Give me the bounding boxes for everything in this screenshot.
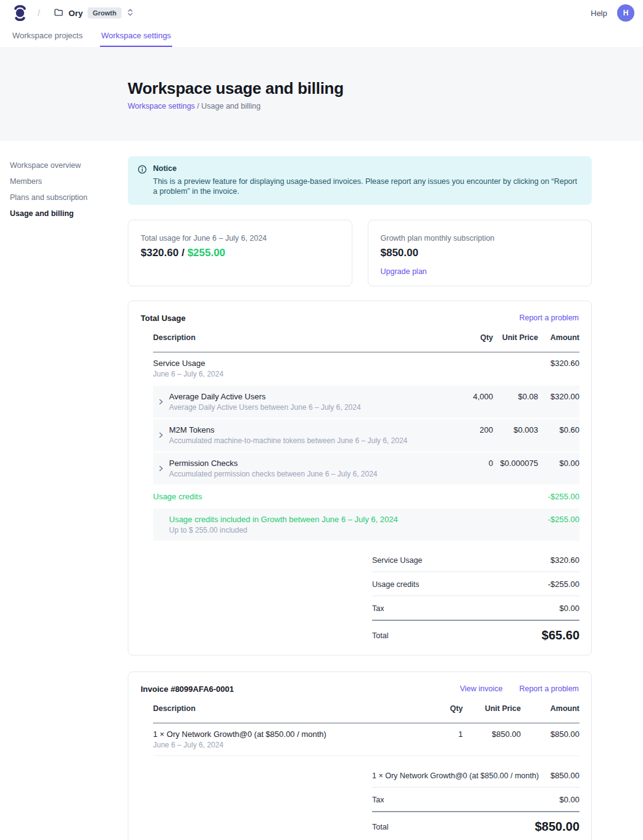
invoice-table-header: Description Qty Unit Price Amount [153, 704, 579, 723]
summary-row-service-usage: Service Usage $320.60 [372, 548, 579, 572]
page-title: Workspace usage and billing [128, 80, 643, 97]
col-qty: Qty [431, 333, 493, 342]
breadcrumb-slash: / [38, 8, 40, 18]
upgrade-plan-link[interactable]: Upgrade plan [381, 267, 427, 276]
user-avatar[interactable]: H [617, 4, 634, 22]
workspace-name: Ory [68, 9, 83, 18]
chevron-right-icon[interactable] [158, 398, 164, 407]
report-problem-link[interactable]: Report a problem [519, 314, 579, 322]
usage-credit-value: $255.00 [188, 247, 225, 259]
invoice-line-item-row: 1 × Ory Network Growth@0 (at $850.00 / m… [153, 723, 579, 756]
col-unit-price: Unit Price [493, 333, 538, 342]
folder-icon [54, 7, 64, 19]
breadcrumb-current: Usage and billing [201, 102, 260, 110]
table-row-permission-checks[interactable]: Permission Checks Accumulated permission… [153, 452, 579, 484]
invoice-title: Invoice #8099AFA6-0001 [141, 684, 234, 694]
chevron-updown-icon [127, 8, 134, 19]
col-qty: Qty [426, 704, 463, 713]
invoice-summary: 1 × Ory Network Growth@0 (at $850.00 / m… [372, 763, 579, 835]
breadcrumb-parent-link[interactable]: Workspace settings [128, 102, 195, 110]
chevron-right-icon[interactable] [158, 431, 164, 441]
table-row-m2m-tokens[interactable]: M2M Tokens Accumulated machine-to-machin… [153, 419, 579, 451]
summary-row-line-item: 1 × Ory Network Growth@0 (at $850.00 / m… [372, 763, 579, 788]
help-link[interactable]: Help [591, 9, 607, 18]
sidebar-item-members[interactable]: Members [10, 177, 128, 186]
view-invoice-link[interactable]: View invoice [460, 684, 502, 693]
plan-subscription-card: Growth plan monthly subscription $850.00… [368, 220, 592, 286]
total-usage-value: $320.60 / $255.00 [141, 247, 339, 259]
usage-table-title: Total Usage [141, 314, 186, 323]
total-usage-card: Total usage for June 6 – July 6, 2024 $3… [128, 220, 352, 286]
summary-row-usage-credits: Usage credits -$255.00 [372, 572, 579, 596]
report-problem-link[interactable]: Report a problem [519, 684, 579, 693]
col-amount: Amount [521, 704, 579, 713]
summary-row-tax: Tax $0.00 [372, 596, 579, 621]
summary-total: Total $65.60 [372, 621, 579, 644]
info-icon [138, 164, 147, 196]
top-bar: / Ory Growth Help H [0, 0, 643, 26]
page-header: Workspace usage and billing Workspace se… [0, 47, 643, 141]
total-usage-label: Total usage for June 6 – July 6, 2024 [141, 234, 339, 243]
summary-total: Total $850.00 [372, 812, 579, 835]
invoice-card: Invoice #8099AFA6-0001 View invoice Repo… [128, 672, 592, 840]
notice-body: This is a preview feature for displaying… [153, 177, 579, 196]
sidebar-item-plans-and-subscription[interactable]: Plans and subscription [10, 193, 128, 202]
tab-workspace-projects[interactable]: Workspace projects [11, 31, 84, 47]
ory-logo-icon[interactable] [12, 4, 28, 22]
notice-banner: Notice This is a preview feature for dis… [128, 156, 592, 205]
col-amount: Amount [538, 333, 579, 342]
workspace-switcher[interactable]: Ory Growth [54, 7, 134, 19]
chevron-right-icon[interactable] [158, 465, 164, 474]
col-description: Description [153, 704, 426, 713]
table-row-usage-credits-detail: Usage credits included in Growth between… [153, 509, 579, 541]
sidebar-item-usage-and-billing[interactable]: Usage and billing [10, 209, 128, 218]
total-usage-table-card: Total Usage Report a problem Description… [128, 301, 592, 655]
usage-table-header: Description Qty Unit Price Amount [153, 333, 579, 352]
settings-sidenav: Workspace overview Members Plans and sub… [0, 141, 128, 840]
plan-label: Growth plan monthly subscription [381, 234, 579, 243]
plan-amount: $850.00 [381, 247, 579, 259]
notice-title: Notice [153, 164, 579, 173]
workspace-tabs: Workspace projects Workspace settings [0, 26, 643, 47]
table-row-usage-credits: Usage credits -$255.00 [153, 484, 579, 507]
col-unit-price: Unit Price [463, 704, 521, 713]
summary-row-tax: Tax $0.00 [372, 788, 579, 812]
breadcrumb: Workspace settings / Usage and billing [128, 102, 643, 110]
plan-badge: Growth [88, 7, 122, 19]
usage-summary: Service Usage $320.60 Usage credits -$25… [372, 548, 579, 644]
sidebar-item-workspace-overview[interactable]: Workspace overview [10, 161, 128, 170]
table-row-service-usage: Service Usage June 6 – July 6, 2024 $320… [153, 352, 579, 385]
col-description: Description [153, 333, 431, 342]
table-row-average-daily-active-users[interactable]: Average Daily Active Users Average Daily… [153, 386, 579, 418]
tab-workspace-settings[interactable]: Workspace settings [100, 31, 172, 47]
